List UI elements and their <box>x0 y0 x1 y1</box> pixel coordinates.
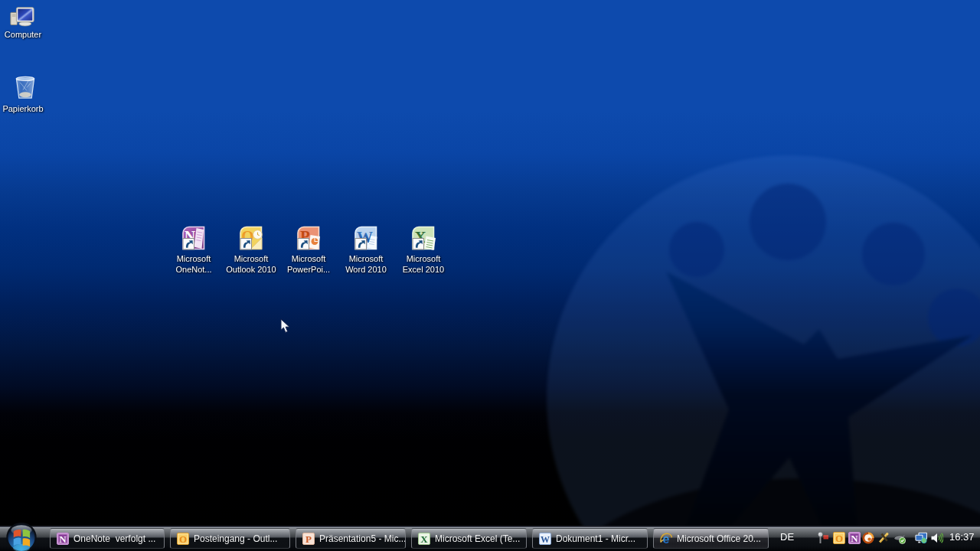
svg-text:W: W <box>541 534 550 545</box>
svg-text:N: N <box>851 533 858 544</box>
svg-text:X: X <box>420 533 428 545</box>
svg-text:O: O <box>179 533 187 545</box>
svg-text:N: N <box>59 533 67 545</box>
svg-text:P: P <box>305 533 312 545</box>
svg-text:O: O <box>835 533 843 544</box>
